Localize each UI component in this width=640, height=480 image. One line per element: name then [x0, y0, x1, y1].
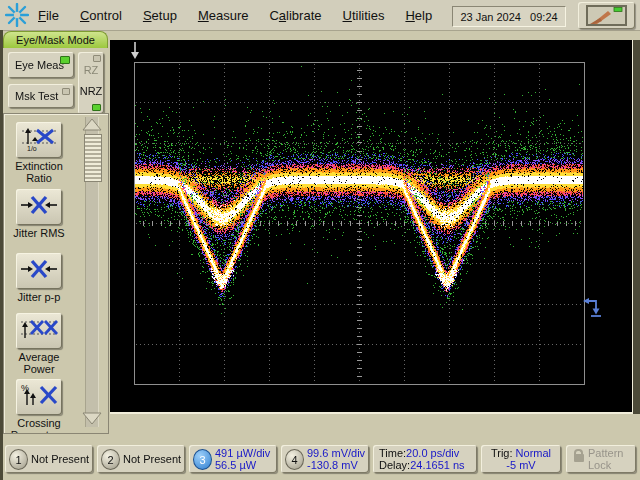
channel-3-badge: 3 [193, 449, 212, 470]
jitter-rms-button[interactable] [16, 189, 62, 225]
menu-calibrate[interactable]: Calibrate [269, 8, 321, 23]
scroll-down-icon[interactable] [81, 411, 103, 426]
menu-bar: FileControlSetupMeasureCalibrateUtilitie… [0, 0, 640, 31]
timebase-button[interactable]: Time:20.0 ps/div Delay:24.1651 ns [373, 445, 477, 473]
channel-2-badge: 2 [101, 449, 120, 470]
delay-marker-icon [582, 298, 602, 318]
measurement-scrollbar [80, 114, 104, 433]
time-reference-marker-icon [128, 41, 142, 61]
mask-test-button[interactable]: Msk Test [8, 84, 74, 108]
channel-3-button[interactable]: 3491 µW/div56.5 µW [189, 445, 277, 473]
menu-control[interactable]: Control [80, 8, 122, 23]
rz-option[interactable]: RZ [78, 64, 104, 76]
time-label: Time: [379, 447, 406, 459]
mask-test-led [62, 88, 70, 95]
waveform-display [110, 40, 633, 414]
measurement-label: Jitter p-p [4, 291, 74, 303]
date-time-display: 23 Jan 2024 09:24 [452, 6, 566, 27]
pattern-lock-line2: Lock [588, 459, 623, 471]
pattern-lock-line1: Pattern [588, 447, 623, 459]
trigger-button[interactable]: Trig: Normal -5 mV [481, 445, 561, 473]
delay-value: 24.1651 ns [410, 459, 464, 471]
jitter-p-p-button[interactable] [16, 253, 62, 289]
lock-icon [574, 454, 584, 462]
average-power-icon [19, 316, 59, 346]
menu-utilities[interactable]: Utilities [343, 8, 385, 23]
eye-meas-button[interactable]: Eye Meas [8, 52, 74, 78]
channel-4-badge: 4 [285, 449, 304, 470]
status-bar: 1Not Present2Not Present3491 µW/div56.5 … [0, 441, 640, 480]
channel-4-status: 99.6 mV/div-130.8 mV [307, 447, 365, 471]
measurement-label: Average Power [4, 351, 74, 375]
menu-help[interactable]: Help [405, 8, 432, 23]
delay-label: Delay: [379, 459, 410, 471]
measurement-label: Jitter RMS [4, 227, 74, 239]
eye-diagram-canvas [110, 40, 632, 412]
channel-1-status: Not Present [31, 453, 89, 465]
menu-setup[interactable]: Setup [143, 8, 177, 23]
menu-file[interactable]: File [38, 8, 59, 23]
nrz-led [92, 104, 101, 111]
measurement-panel: 1/oExtinction RatioJitter RMSJitter p-pA… [3, 113, 109, 434]
menu-items: FileControlSetupMeasureCalibrateUtilitie… [38, 0, 432, 30]
svg-text:1/o: 1/o [27, 145, 37, 152]
measurement-label: Extinction Ratio [4, 160, 74, 184]
touch-screen-icon [578, 2, 635, 29]
scope-application-window: FileControlSetupMeasureCalibrateUtilitie… [0, 0, 640, 480]
touch-screen-button[interactable] [578, 2, 635, 29]
scroll-up-icon[interactable] [81, 117, 103, 132]
pattern-lock-button[interactable]: Pattern Lock [566, 445, 636, 473]
channel-2-status: Not Present [123, 453, 181, 465]
menu-measure[interactable]: Measure [198, 8, 249, 23]
channel-1-button[interactable]: 1Not Present [5, 445, 93, 473]
channel-3-status: 491 µW/div56.5 µW [215, 447, 270, 471]
mask-test-label: Msk Test [15, 90, 58, 102]
signal-type-selector: RZ NRZ [78, 52, 104, 114]
channel-1-badge: 1 [9, 449, 28, 470]
jitter-pp-icon [20, 257, 58, 285]
screen-right-edge [632, 40, 640, 414]
extinction-ratio-button[interactable]: 1/o [16, 122, 62, 158]
trig-level: -5 mV [481, 459, 561, 471]
rz-led [93, 55, 101, 62]
measurement-label: Crossing Percentage [4, 417, 74, 434]
scrollbar-thumb[interactable] [84, 134, 102, 182]
agilent-logo-icon [5, 3, 29, 27]
crossing-percentage-button[interactable]: % [16, 379, 62, 415]
nrz-option[interactable]: NRZ [78, 85, 104, 97]
trig-value: Normal [516, 447, 551, 459]
extinction-ratio-icon: 1/o [20, 124, 58, 156]
channel-2-button[interactable]: 2Not Present [97, 445, 185, 473]
eye-meas-label: Eye Meas [15, 59, 64, 71]
eye-meas-led [60, 56, 70, 64]
time-value: 20.0 ps/div [406, 447, 459, 459]
channel-4-button[interactable]: 499.6 mV/div-130.8 mV [281, 445, 369, 473]
average-power-button[interactable] [16, 313, 62, 349]
tab-eye-mask-mode[interactable]: Eye/Mask Mode [3, 31, 108, 48]
jitter-rms-icon [20, 193, 58, 221]
crossing-percentage-icon: % [19, 381, 59, 413]
trig-label: Trig: [491, 447, 513, 459]
